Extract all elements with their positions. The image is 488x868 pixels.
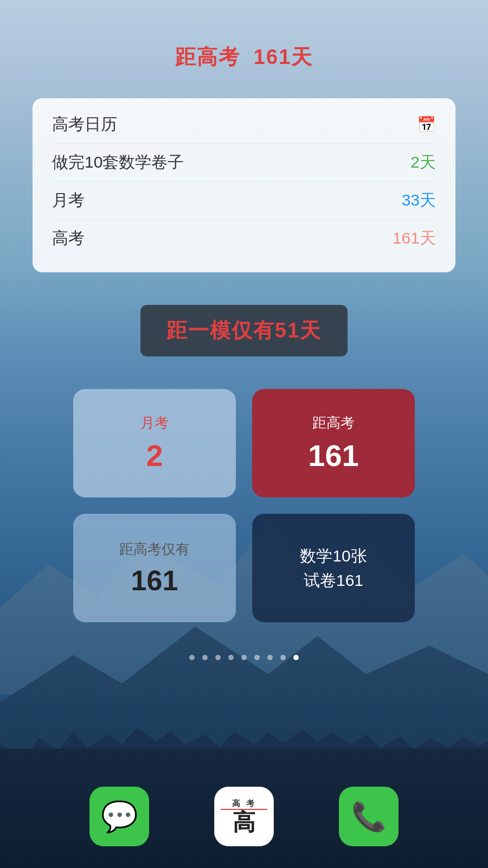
widget-gaokao-number: 161	[308, 438, 358, 473]
card-row-gaokao-value: 161天	[393, 227, 436, 250]
dot-3[interactable]	[215, 655, 221, 660]
banner-text: 距一模仅有51天	[166, 319, 322, 342]
dot-2[interactable]	[202, 655, 208, 660]
widget-gaokao-label: 距高考	[312, 413, 355, 432]
widget-monthly-label: 月考	[140, 413, 169, 432]
dock: 💬 高 考 高 📞	[0, 787, 488, 846]
card-row-gaokao-label: 高考	[52, 227, 85, 250]
top-countdown: 距高考 161天	[175, 43, 313, 71]
top-countdown-days: 161天	[254, 46, 313, 68]
banner[interactable]: 距一模仅有51天	[140, 305, 348, 356]
widget-monthly-number: 2	[146, 438, 163, 473]
card-title: 高考日历	[52, 113, 117, 136]
phone-icon: 📞	[351, 800, 387, 833]
page-dots	[189, 655, 299, 660]
dock-phone[interactable]: 📞	[339, 787, 399, 846]
top-countdown-label: 距高考	[175, 46, 240, 68]
widget-gaokao[interactable]: 距高考 161	[252, 389, 415, 497]
card-row-math-value: 2天	[410, 151, 436, 174]
card-row-math[interactable]: 做完10套数学卷子 2天	[52, 144, 436, 182]
card-row-monthly-value: 33天	[402, 189, 436, 212]
card-row-gaokao[interactable]: 高考 161天	[52, 220, 436, 257]
gaokao-char: 高	[233, 811, 255, 834]
widget-gaokao-only-label: 距高考仅有	[119, 540, 190, 559]
card-widget: 高考日历 📅 做完10套数学卷子 2天 月考 33天 高考 161天	[33, 98, 455, 272]
dot-9[interactable]	[293, 655, 299, 660]
card-title-row: 高考日历 📅	[52, 113, 436, 144]
widget-monthly[interactable]: 月考 2	[73, 389, 236, 497]
dock-gaokao[interactable]: 高 考 高	[214, 787, 274, 846]
gaokao-top-text: 高 考	[221, 799, 267, 810]
card-row-monthly-label: 月考	[52, 189, 85, 212]
widget-math[interactable]: 数学10张 试卷161	[252, 514, 415, 622]
widget-grid: 月考 2 距高考 161 距高考仅有 161 数学10张 试卷161	[73, 389, 415, 622]
dock-messages[interactable]: 💬	[89, 787, 149, 846]
widget-gaokao-only[interactable]: 距高考仅有 161	[73, 514, 236, 622]
dot-6[interactable]	[254, 655, 260, 660]
dot-7[interactable]	[267, 655, 273, 660]
card-row-math-label: 做完10套数学卷子	[52, 151, 184, 174]
widget-math-label: 数学10张 试卷161	[300, 544, 367, 592]
messages-icon: 💬	[101, 799, 138, 834]
dot-5[interactable]	[241, 655, 247, 660]
dot-1[interactable]	[189, 655, 195, 660]
dot-8[interactable]	[280, 655, 286, 660]
calendar-icon: 📅	[417, 116, 436, 133]
card-row-monthly[interactable]: 月考 33天	[52, 182, 436, 220]
widget-gaokao-only-number: 161	[131, 564, 178, 597]
dot-4[interactable]	[228, 655, 234, 660]
